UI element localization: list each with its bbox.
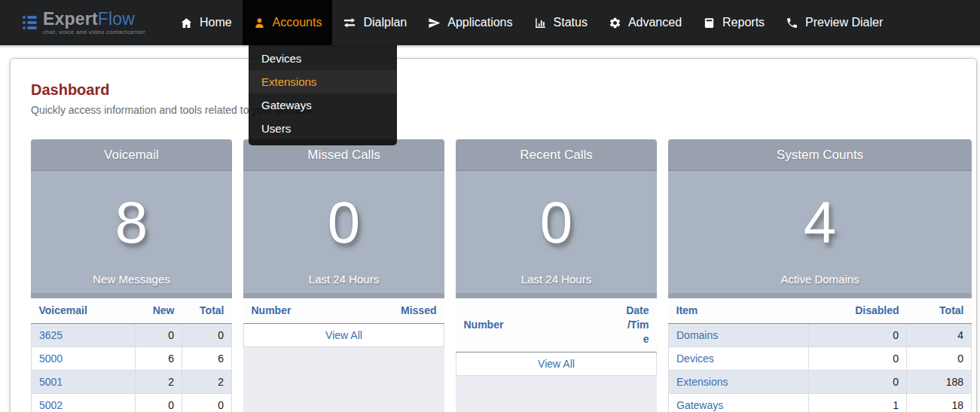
- nav-item-label: Reports: [722, 16, 765, 29]
- column-header-disabled: Disabled: [809, 298, 907, 323]
- brand-tagline: chat, voice and video contactcenter: [43, 29, 145, 35]
- column-header-total: Total: [182, 298, 232, 323]
- table-cell: 0: [136, 393, 182, 412]
- card-big-value: 8: [115, 171, 148, 273]
- card-missed-calls: Missed Calls 0 Last 24 Hours NumberMisse…: [243, 139, 444, 412]
- navbar-bottom-divider: [0, 45, 980, 47]
- table-cell: 0: [182, 393, 232, 412]
- table-cell: 0: [809, 323, 907, 346]
- card-table: ItemDisabledTotalDomains04Devices00Exten…: [668, 298, 972, 412]
- column-header-missed: Missed: [392, 298, 444, 323]
- nav-item-reports[interactable]: Reports: [692, 0, 775, 45]
- card-big-value: 0: [540, 171, 572, 273]
- table-cell: 1: [809, 393, 907, 412]
- card-table: NumberDate/TimeView All: [456, 298, 657, 376]
- empty-table-area: [456, 376, 657, 412]
- table-cell: 0: [136, 323, 182, 346]
- page-title: Dashboard: [31, 81, 972, 99]
- card-table: NumberMissedView All: [243, 298, 444, 347]
- table-row-link[interactable]: 5001: [39, 376, 63, 388]
- view-all-link[interactable]: View All: [538, 358, 575, 370]
- accounts-menu-item-extensions[interactable]: Extensions: [249, 70, 397, 93]
- nav-item-advanced[interactable]: Advanced: [598, 0, 692, 45]
- brand-logo[interactable]: ExpertFlow chat, voice and video contact…: [23, 0, 145, 45]
- book-icon: [703, 17, 716, 29]
- table-row: 362500: [32, 323, 232, 346]
- card-recent-calls: Recent Calls 0 Last 24 Hours NumberDate/…: [456, 139, 657, 412]
- table-cell: 0: [809, 346, 907, 370]
- table-row-link[interactable]: Gateways: [676, 399, 723, 411]
- card-table: VoicemailNewTotal36250050006650012250020…: [31, 298, 232, 412]
- nav-item-label: Dialplan: [363, 16, 407, 29]
- column-header-number: Number: [456, 298, 616, 352]
- table-row-link[interactable]: 3625: [39, 329, 63, 341]
- empty-table-area: [243, 347, 444, 412]
- table-cell: 0: [809, 370, 907, 393]
- table-row: Gateways118: [669, 393, 972, 412]
- nav-item-status[interactable]: Status: [524, 0, 598, 45]
- nav-item-label: Accounts: [273, 16, 322, 29]
- nav-item-home[interactable]: Home: [169, 0, 243, 45]
- nav-item-label: Status: [554, 16, 588, 29]
- table-cell: 188: [907, 370, 972, 393]
- nav-item-label: Advanced: [628, 16, 682, 29]
- view-all-link[interactable]: View All: [325, 329, 362, 341]
- card-caption: Last 24 Hours: [309, 273, 379, 285]
- card-caption: Active Domains: [780, 273, 859, 285]
- brand-name-primary: Expert: [43, 9, 98, 29]
- table-row: Devices00: [669, 346, 972, 370]
- table-cell: 4: [907, 323, 972, 346]
- paper-plane-icon: [428, 17, 441, 29]
- column-header-voicemail: Voicemail: [32, 298, 136, 323]
- table-row-link[interactable]: 5000: [39, 352, 63, 365]
- transfer-arrows-icon: [343, 16, 356, 29]
- home-icon: [180, 17, 193, 29]
- table-row: Domains04: [669, 323, 972, 346]
- card-system-counts: System Counts 4 Active Domains ItemDisab…: [668, 139, 972, 412]
- table-row: 500066: [32, 346, 232, 370]
- column-header-date-time: Date/Time: [616, 298, 657, 352]
- accounts-menu-item-gateways[interactable]: Gateways: [249, 93, 397, 117]
- table-row: 500200: [32, 393, 232, 412]
- accounts-dropdown-menu: DevicesExtensionsGatewaysUsers: [249, 45, 397, 145]
- card-footer-strip: [668, 293, 972, 298]
- card-footer-strip: [456, 293, 657, 298]
- dashboard-cards: Voicemail 8 New Messages VoicemailNewTot…: [31, 139, 972, 412]
- nav-item-accounts[interactable]: Accounts: [243, 0, 333, 45]
- table-row-link[interactable]: Extensions: [676, 376, 728, 388]
- table-cell: 0: [182, 323, 232, 346]
- card-big-value: 4: [804, 171, 836, 273]
- table-row-link[interactable]: Domains: [676, 329, 718, 341]
- phone-icon: [786, 17, 798, 29]
- card-title: System Counts: [668, 139, 972, 171]
- table-row: 500122: [32, 370, 232, 393]
- card-caption: Last 24 Hours: [521, 273, 591, 285]
- table-row: Extensions0188: [669, 370, 972, 393]
- column-header-item: Item: [669, 298, 809, 323]
- nav-item-preview-dialer[interactable]: Preview Dialer: [775, 0, 893, 45]
- bar-chart-icon: [534, 17, 547, 29]
- accounts-menu-item-devices[interactable]: Devices: [249, 47, 397, 70]
- accounts-menu-item-users[interactable]: Users: [249, 117, 397, 140]
- gear-icon: [609, 17, 621, 29]
- user-icon: [253, 17, 266, 29]
- card-footer-strip: [243, 293, 444, 298]
- column-header-new: New: [136, 298, 182, 323]
- table-cell: 2: [182, 370, 232, 393]
- table-cell: 0: [907, 346, 972, 370]
- table-cell: 6: [182, 346, 232, 370]
- table-cell: 18: [907, 393, 972, 412]
- nav-item-label: Preview Dialer: [805, 16, 883, 29]
- nav-item-applications[interactable]: Applications: [417, 0, 523, 45]
- card-voicemail: Voicemail 8 New Messages VoicemailNewTot…: [31, 139, 232, 412]
- card-caption: New Messages: [93, 273, 170, 285]
- main-nav: HomeAccountsDialplanApplicationsStatusAd…: [169, 0, 893, 45]
- table-row-link[interactable]: 5002: [39, 399, 63, 411]
- table-cell: 2: [136, 370, 182, 393]
- table-row-link[interactable]: Devices: [676, 352, 714, 365]
- table-cell: 6: [136, 346, 182, 370]
- page-subtitle: Quickly access information and tools rel…: [31, 104, 972, 116]
- nav-item-label: Applications: [447, 16, 512, 29]
- nav-item-dialplan[interactable]: Dialplan: [332, 0, 417, 45]
- card-big-value: 0: [328, 171, 360, 273]
